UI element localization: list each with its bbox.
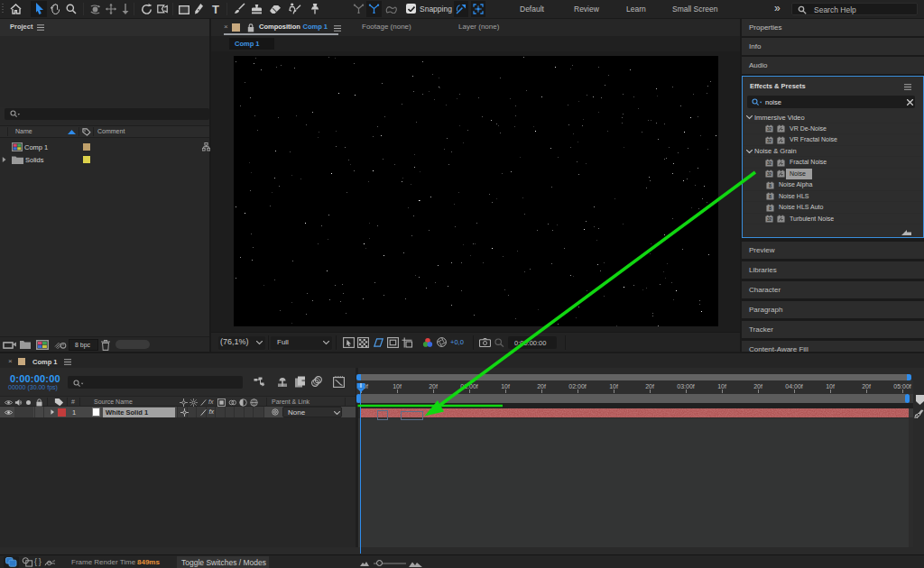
svg-text:32: 32: [767, 172, 772, 177]
svg-text:32: 32: [767, 127, 772, 132]
svg-text:32: 32: [767, 139, 772, 143]
svg-text:8: 8: [769, 206, 772, 211]
svg-text:8: 8: [769, 194, 772, 199]
svg-text:32: 32: [767, 217, 772, 222]
svg-text:32: 32: [767, 161, 772, 166]
svg-text:8: 8: [769, 183, 772, 188]
